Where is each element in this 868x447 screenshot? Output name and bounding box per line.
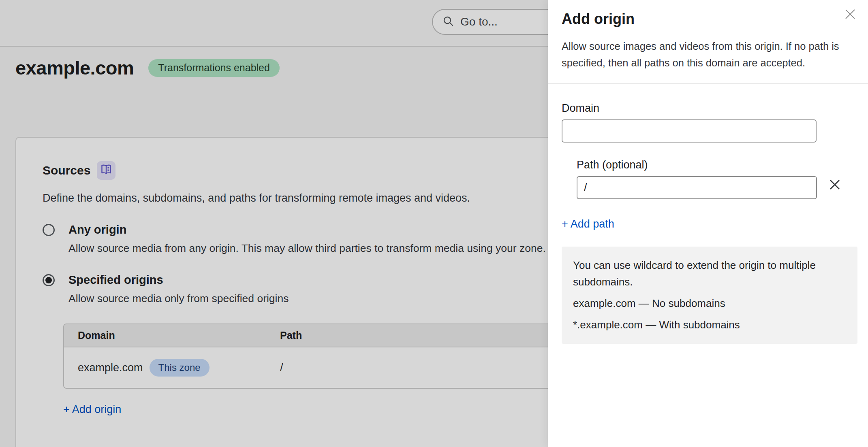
- info-line: *.example.com — With subdomains: [573, 317, 846, 333]
- path-field-group: Path (optional): [577, 159, 857, 199]
- add-origin-drawer: Add origin Allow source images and video…: [548, 0, 868, 447]
- remove-x-icon: [829, 179, 841, 192]
- path-field-label: Path (optional): [577, 159, 857, 171]
- add-path-link[interactable]: + Add path: [562, 218, 614, 230]
- drawer-header: Add origin Allow source images and video…: [548, 0, 868, 71]
- domain-input[interactable]: [562, 119, 817, 143]
- close-button[interactable]: [842, 6, 858, 23]
- path-input[interactable]: [577, 176, 817, 199]
- wildcard-info-box: You can use wildcard to extend the origi…: [562, 247, 857, 344]
- domain-field-label: Domain: [562, 102, 857, 115]
- drawer-description: Allow source images and videos from this…: [562, 38, 840, 71]
- remove-path-button[interactable]: [826, 177, 844, 194]
- drawer-divider: [548, 83, 868, 84]
- drawer-title: Add origin: [562, 11, 840, 28]
- close-icon: [844, 8, 856, 21]
- info-line: You can use wildcard to extend the origi…: [573, 257, 846, 290]
- drawer-body: Domain Path (optional): [548, 102, 868, 344]
- info-line: example.com — No subdomains: [573, 295, 846, 312]
- app-window: Go to... ⌘ K example.com Transformations…: [0, 0, 868, 447]
